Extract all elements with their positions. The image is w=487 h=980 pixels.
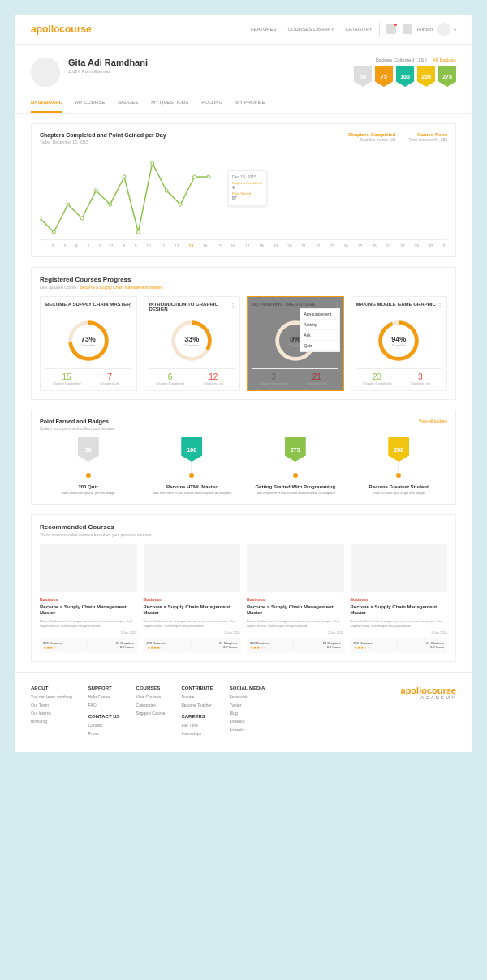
course-image <box>40 544 137 592</box>
xaxis-day: 27 <box>386 243 391 248</box>
badges-section: Point Earned and Badges Collect your poi… <box>31 410 456 505</box>
footer-link[interactable]: You can learn anything <box>31 694 72 699</box>
tab-my-course[interactable]: MY COURSE <box>75 93 105 113</box>
footer-link[interactable]: Facebook <box>230 694 265 699</box>
view-all-badges-link[interactable]: View all badges <box>419 419 447 431</box>
footer-col: SOCIAL MEDIAFacebookTwitterBlogLinkedinL… <box>230 686 265 739</box>
nav-link[interactable]: COURSES LIBRARY <box>288 27 334 32</box>
chat-icon[interactable] <box>403 24 412 34</box>
footer-link[interactable]: Suggest Course <box>136 711 166 716</box>
tab-badges[interactable]: BADGES <box>118 93 138 113</box>
course-card[interactable]: INTRODUCTION TO GRAPHIC DESIGN ⋮ 33%Comp… <box>144 296 241 391</box>
course-date: 2 Jan 2015 <box>40 630 137 634</box>
footer-link[interactable]: Press <box>88 731 120 736</box>
svg-point-2 <box>67 203 70 206</box>
profile-header: Gita Adi Ramdhani 1,627 Point Earned Bad… <box>15 45 472 93</box>
more-icon[interactable]: ⋮ <box>437 302 443 309</box>
recommended-card[interactable]: Business Become a Supply Chain Managemen… <box>247 544 344 654</box>
chevron-down-icon[interactable]: ▾ <box>454 27 456 32</box>
footer-link[interactable]: Become Teacher <box>181 703 213 707</box>
xaxis-day: 23 <box>330 243 334 248</box>
footer-link[interactable]: Internships <box>181 731 213 736</box>
badge-card[interactable]: 200 Become Greatest Student Take 20 more… <box>351 437 448 496</box>
recommended-card[interactable]: Business Become a Supply Chain Managemen… <box>40 544 137 654</box>
footer-link[interactable]: Branding <box>31 719 72 724</box>
logo[interactable]: apollocourse <box>31 24 92 35</box>
main-nav: FEATURESCOURSES LIBRARYCATEGORY <box>251 27 373 32</box>
badge-desc: Take 20 more quiz to get this badge <box>351 491 448 496</box>
badge-card[interactable]: 100 Become HTML Master Take one more HTM… <box>144 437 241 496</box>
more-icon[interactable]: ⋮ <box>230 302 236 309</box>
xaxis-day: 16 <box>231 243 236 248</box>
course-card[interactable]: 3D PRINTING THE FUTURE ⋮ AnnouncementAct… <box>247 296 344 391</box>
xaxis-day: 29 <box>414 243 419 248</box>
xaxis-day: 14 <box>203 243 208 248</box>
badge-card[interactable]: 275 Getting Started With Programming Tak… <box>247 437 344 496</box>
progress-section: Registered Courses Progress Last updated… <box>31 267 456 400</box>
hours-count: 6.7 hours <box>297 645 340 649</box>
svg-point-1 <box>52 230 55 234</box>
xaxis-day: 19 <box>274 243 278 248</box>
connector-dot <box>189 473 194 478</box>
course-title: BECOME A SUPPLY CHAIN MASTER <box>45 302 131 313</box>
badge-card[interactable]: 50 200 Quiz Take one more quiz to get th… <box>40 437 137 496</box>
footer-link[interactable]: Contact <box>88 723 120 728</box>
footer-link[interactable]: Help Center <box>88 694 120 699</box>
progress-donut: 73%Complete <box>45 318 131 363</box>
footer-link[interactable]: Categories <box>136 703 166 707</box>
badge[interactable]: 275 <box>438 66 456 87</box>
xaxis-day: 24 <box>344 243 349 248</box>
badge[interactable]: 75 <box>375 66 393 87</box>
menu-item[interactable]: Ask <box>300 330 339 341</box>
avatar[interactable] <box>437 23 450 36</box>
footer-col: CONTRIBUTEDonateBecome TeacherCAREERSFul… <box>181 686 213 739</box>
divider <box>379 23 380 36</box>
course-card[interactable]: MAKING MOBILE GAME GRAPHIC ⋮ 94%Complete… <box>351 296 448 391</box>
footer-link[interactable]: Blog <box>230 711 265 716</box>
footer-link[interactable]: Twitter <box>230 703 265 707</box>
recommended-card[interactable]: Business Become a Supply Chain Managemen… <box>351 544 448 654</box>
nav-link[interactable]: FEATURES <box>251 27 277 32</box>
course-title: Become a Supply Chain Management Master <box>351 604 448 617</box>
footer-link[interactable]: View Courses <box>136 694 166 699</box>
badge-desc: Take one more quiz to get this badge <box>40 491 137 496</box>
footer-link[interactable]: Our Interns <box>31 711 72 716</box>
svg-point-5 <box>109 203 112 206</box>
recommended-section: Recommended Courses There recommended co… <box>31 514 456 663</box>
footer-link[interactable]: FAQ <box>88 703 120 707</box>
badge-title: Become HTML Master <box>144 484 241 489</box>
chart-tooltip: Dec 13, 2015 Chapters Completed 4 Point … <box>228 170 267 206</box>
more-icon[interactable]: ⋮ <box>127 302 133 309</box>
badge[interactable]: 200 <box>417 66 435 87</box>
course-card[interactable]: BECOME A SUPPLY CHAIN MASTER ⋮ 73%Comple… <box>40 296 137 391</box>
footer-link[interactable]: Linkedin <box>230 719 265 724</box>
all-badges-link[interactable]: All Badges <box>433 58 456 62</box>
xaxis-day: 1 <box>40 243 42 248</box>
last-course-link[interactable]: Become a Supply Chain Management Master <box>80 285 162 290</box>
tab-polling[interactable]: POLLING <box>201 93 222 113</box>
tab-dashboard[interactable]: DASHBOARD <box>31 93 62 113</box>
badge[interactable]: 50 <box>354 66 372 87</box>
course-category: Business <box>351 597 448 602</box>
tab-my-questions[interactable]: MY QUESTIONS <box>151 93 188 113</box>
menu-item[interactable]: Quiz <box>300 341 339 351</box>
footer-heading: CONTRIBUTE <box>181 686 213 690</box>
course-title: MAKING MOBILE GAME GRAPHIC <box>356 302 442 313</box>
course-title: Become a Supply Chain Management Master <box>40 604 137 617</box>
svg-point-9 <box>165 189 168 192</box>
menu-item[interactable]: Announcement <box>300 309 339 320</box>
footer-link[interactable]: Linkedin <box>230 727 265 732</box>
footer-link[interactable]: Our Team <box>31 703 72 707</box>
footer-link[interactable]: Full Time <box>181 723 213 728</box>
footer-link[interactable]: Donate <box>181 694 213 699</box>
badge[interactable]: 100 <box>396 66 414 87</box>
course-date: 2 Jan 2015 <box>144 630 241 634</box>
recommended-title: Recommended Courses <box>40 523 447 531</box>
xaxis-day: 18 <box>259 243 264 248</box>
nav-link[interactable]: CATEGORY <box>346 27 373 32</box>
recommended-card[interactable]: Business Become a Supply Chain Managemen… <box>144 544 241 654</box>
bell-icon[interactable] <box>386 24 396 34</box>
badge-icon: 200 <box>388 437 409 462</box>
tab-my-profile[interactable]: MY PROFILE <box>235 93 265 113</box>
menu-item[interactable]: Activity <box>300 320 339 330</box>
